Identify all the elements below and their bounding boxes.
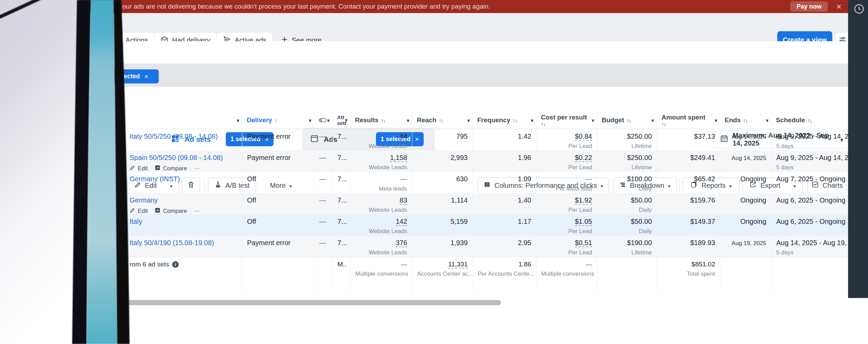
cell-ends	[720, 257, 771, 284]
table-row[interactable]: GermanyEditCompare···Off—7...83Website L…	[127, 193, 868, 214]
sort-arrows[interactable]: ↑↓	[626, 117, 631, 123]
pay-now-button[interactable]: Pay now	[790, 1, 828, 12]
column-header-delivery[interactable]: Delivery↑	[242, 112, 314, 129]
ad-set-name-link[interactable]: Spain 50/5/250 (09.08 - 14.08)	[130, 154, 223, 161]
column-header-frequency[interactable]: Frequency↑↓	[472, 112, 536, 129]
row-edit-button[interactable]: Edit	[130, 207, 148, 214]
horizontal-scrollbar[interactable]	[126, 300, 501, 305]
column-header-reach[interactable]: Reach↑↓	[412, 112, 472, 129]
row-hover-actions: EditCompare···	[130, 165, 237, 172]
sort-arrows[interactable]: ↑↓	[807, 117, 812, 123]
cell-delivery: Off	[242, 193, 314, 214]
toggle-off-dash[interactable]: —	[319, 175, 326, 183]
budget-value: $250.00	[627, 133, 652, 140]
banner-close-icon[interactable]: ×	[836, 1, 842, 12]
campaigns-selected-chip[interactable]: 1 selected ×	[105, 69, 159, 83]
ads-manager-screen: our ads are not delivering because we co…	[0, 0, 868, 344]
chevron-down-icon[interactable]	[407, 116, 409, 124]
column-header-cost_per_result[interactable]: Cost per result↑↓	[536, 112, 597, 129]
cell-frequency: 1.09	[472, 172, 536, 193]
cell-frequency: 1.17	[472, 214, 536, 236]
row-compare-button[interactable]: Compare	[155, 207, 187, 214]
column-header-budget[interactable]: Budget↑↓	[597, 112, 657, 129]
chevron-down-icon[interactable]	[592, 117, 594, 124]
reach-value[interactable]: 11,331	[448, 261, 468, 268]
toggle-off-dash[interactable]: —	[319, 239, 326, 246]
budget-label: Daily	[602, 207, 652, 214]
sort-arrows[interactable]: ↑	[275, 117, 277, 123]
row-more-button[interactable]: ···	[194, 208, 200, 214]
cell-toggle: —	[314, 150, 332, 172]
chevron-down-icon[interactable]	[237, 116, 239, 124]
cost-per-result-value: —	[586, 261, 592, 268]
sort-arrows[interactable]: ↑↓	[743, 117, 747, 123]
ad-set-name-link[interactable]: Italy 50/4/190 (15.08-19.08)	[130, 239, 214, 246]
cell-reach: 2,993	[412, 150, 472, 172]
column-header-toggle[interactable]	[314, 112, 332, 129]
row-edit-button[interactable]: Edit	[130, 165, 148, 172]
amount-spent-value: $65.42	[694, 175, 715, 183]
cost-per-result-value[interactable]: $0.22	[575, 154, 592, 162]
results-value[interactable]: 83	[400, 196, 407, 205]
column-header-results[interactable]: Results↑↓	[350, 112, 412, 129]
ad-set-name-link[interactable]: Germany (INST)	[130, 175, 180, 183]
toggle-off-dash[interactable]: —	[319, 133, 326, 140]
budget-value: $250.00	[627, 154, 652, 161]
sort-arrows[interactable]: ↑↓	[541, 121, 545, 127]
column-header-ends[interactable]: Ends↑↓	[720, 112, 771, 129]
close-icon[interactable]: ×	[144, 73, 148, 80]
cost-per-result-value[interactable]: $0.84	[575, 133, 592, 141]
row-compare-button[interactable]: Compare	[155, 165, 187, 172]
chevron-down-icon[interactable]	[715, 117, 717, 124]
attribution-value: M..	[337, 261, 346, 268]
chevron-down-icon[interactable]	[345, 117, 347, 123]
search-bar[interactable]: r metrics	[0, 41, 868, 64]
sort-arrows[interactable]: ↑↓	[661, 121, 666, 127]
ad-set-name-link[interactable]: Italy 50/5/250 (09.08 - 14.08)	[130, 133, 218, 140]
column-header-name[interactable]	[127, 112, 242, 129]
chevron-down-icon[interactable]	[531, 116, 533, 124]
reach-value: 2,993	[450, 154, 468, 161]
results-label: Website Leads	[355, 164, 407, 171]
cell-delivery: Off	[242, 214, 314, 236]
chevron-down-icon[interactable]	[652, 116, 654, 124]
table-row[interactable]: Italy 50/4/190 (15.08-19.08)Payment erro…	[127, 236, 868, 257]
chevron-down-icon[interactable]	[309, 116, 311, 124]
table-row[interactable]: ItalyOff—7...142Website Leads5,1591.17$1…	[127, 214, 868, 236]
amount-spent-value: $851.02	[691, 261, 715, 268]
row-more-button[interactable]: ···	[194, 165, 200, 172]
table-row[interactable]: Spain 50/5/250 (09.08 - 14.08)EditCompar…	[127, 150, 868, 172]
column-header-attribution[interactable]: Attsett	[332, 112, 350, 129]
sort-arrows[interactable]: ↑↓	[381, 117, 386, 123]
cell-reach: 11,331Accounts Center ac...	[412, 257, 472, 284]
ad-set-name-link[interactable]: Germany	[130, 196, 158, 204]
results-value[interactable]: 142	[396, 218, 407, 226]
toggle-off-dash[interactable]: —	[319, 196, 326, 204]
delivery-status: Payment error	[247, 154, 291, 161]
sort-arrows[interactable]: ↑↓	[439, 117, 443, 123]
results-value[interactable]: 44	[400, 133, 407, 141]
chevron-down-icon[interactable]	[327, 116, 330, 124]
results-value[interactable]: 1,158	[390, 154, 407, 162]
chevron-down-icon[interactable]	[467, 116, 470, 124]
sort-arrows[interactable]: ↑↓	[513, 117, 517, 123]
cell-delivery: Payment error	[242, 236, 314, 257]
budget-value: $190.00	[627, 239, 652, 246]
table-row[interactable]: Italy 50/5/250 (09.08 - 14.08)Payment er…	[127, 129, 868, 150]
reach-value: 1,114	[451, 196, 468, 204]
cell-frequency: 1.86Per Accounts Cente...	[472, 257, 536, 284]
column-header-amount_spent[interactable]: Amount spent↑↓	[657, 112, 720, 129]
table-row[interactable]: Germany (INST)Off—7...—Meta leads6301.09…	[127, 172, 868, 193]
cost-per-result-value[interactable]: $0.51	[575, 239, 592, 247]
toggle-off-dash[interactable]: —	[319, 154, 326, 161]
ad-set-name-link[interactable]: Italy	[130, 218, 142, 225]
cell-budget: $250.00Lifetime	[597, 150, 657, 172]
toggle-off-dash[interactable]: —	[319, 218, 326, 225]
info-icon[interactable]	[172, 261, 179, 268]
cost-per-result-value[interactable]: $1.05	[575, 218, 592, 226]
results-value[interactable]: 376	[396, 239, 407, 247]
cost-per-result-value[interactable]: $1.92	[575, 196, 592, 205]
attribution-value: 7...	[337, 133, 347, 140]
cell-delivery: Payment error	[242, 129, 314, 150]
chevron-down-icon[interactable]	[766, 116, 768, 124]
